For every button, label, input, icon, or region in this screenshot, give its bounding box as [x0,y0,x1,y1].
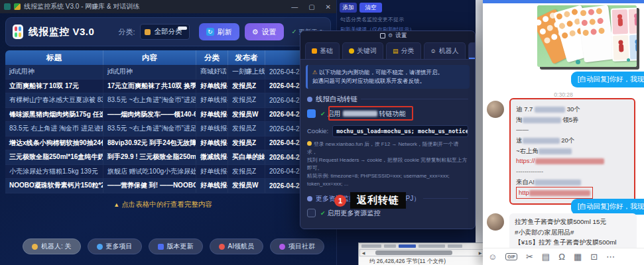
image-icon[interactable]: ▦ [574,252,582,262]
add-button[interactable]: 添加 [340,3,357,13]
row-title: 小壳涂尿处方猫粮1.5kg 139元 [5,165,103,179]
minimize-button[interactable]: — [291,3,298,11]
header-card: 线报监控 V3.0 分类: 全部分类 ↻ 刷新 ⚙ 设置 ✓ 更新于 21:27… [5,17,331,46]
emoji-icon[interactable]: ☺ [488,252,497,262]
redacted-block [535,180,581,186]
refresh-button[interactable]: ↻ 刷新 [199,23,239,40]
table-row[interactable]: 锋味派黑猪肉烟肉烤肠175g 任选5件... ——烟肉烤肠发车——领140-60… [5,108,331,123]
redacted-block [535,107,565,113]
settings-button[interactable]: ⚙ 设置 [245,23,284,40]
annotation-number: 1 [334,195,346,207]
table-row[interactable]: 增达x线条小狗棉韧软抽90抽24包 ... 88vip30.92元 到手24包无… [5,136,331,151]
robot-toggle-button[interactable]: 机器人: 关 [23,238,81,254]
scroll-thumb[interactable] [375,250,452,255]
dialog-title: 设置 [395,32,407,40]
msg-text: #小卖部の家居用品# [515,227,631,238]
more-resources-checkbox[interactable] [307,209,316,217]
headset-icon[interactable]: Ω [558,252,565,262]
cookie-input[interactable]: mochu_us_load=mochu_us; mochu_us_notice.… [332,125,468,137]
row-publisher: 买白单的妹妹 [228,150,265,164]
more-icon[interactable]: ⋯ [606,252,615,262]
redacted-block [343,111,377,117]
check-icon: ✔ [320,111,326,117]
row-publisher: 发报员W [228,108,265,122]
settings-label: 设置 [262,27,277,37]
redacted-deal-message[interactable]: 迪 7.7 30个 淘 领5券 —— 速 20个 ~右上角 https:// -… [509,98,635,205]
gear-icon: ⚙ [252,28,259,36]
row-title: 增达x线条小狗棉韧软抽90抽24包 ... [5,136,103,150]
msg-text: 速 [516,136,523,144]
label-suffix: 转链功能 [379,109,406,119]
row-category: 好单线报-... [196,93,228,107]
version-update-button[interactable]: 版本更新 [149,238,203,254]
sticker-image-message[interactable] [537,5,637,67]
label-text: 启用更多资源监控 [328,209,381,218]
droplet-decoration [627,58,630,62]
more-projects-button[interactable]: 更多项目 [88,238,142,254]
category-select[interactable]: 全部分类 [140,24,189,40]
msg-link[interactable]: https:// [516,157,535,164]
window-icon [380,33,385,38]
row-content: jd试用神 [103,65,196,79]
scroll-left-icon[interactable]: ◀ [360,250,367,255]
tab-label: 基础 [320,46,333,56]
msg-separator: ------------- [516,168,543,175]
folder-icon[interactable]: ▤ [542,252,550,262]
auto-reply-bubble[interactable]: [自动回复]你好，我现 [571,199,644,215]
pencil-icon: ✎ [475,48,476,54]
tab-robot[interactable]: ☺ 机器人 [424,42,466,59]
auto-reply-bubble[interactable]: [自动回复]你好，我现 [571,72,644,87]
row-category: 微减线报-... [196,150,228,164]
footer-buttons: 机器人: 关 更多项目 版本更新 AI领航员 项目社群 [23,238,324,254]
msg-text: 【¥15】拉芳 鱼子酱膏护发膜500ml [515,237,631,248]
people-icon [307,196,312,201]
row-category: 好单线报-... [196,179,228,193]
table-row[interactable]: 83.5元 右上角进 淘金币 进足迹拍 有... 83.5元 ~右上角进“淘金币… [5,122,331,136]
avatar[interactable] [487,213,504,231]
tab-keywords[interactable]: 关键词 [342,42,383,59]
warning-line2: 如遇问题可关闭对应功能或联系开发者反馈。 [312,78,425,84]
dialog-titlebar: ⚙ 设置 [300,31,475,40]
divider [361,99,468,99]
avatar[interactable] [487,101,504,118]
gif-icon[interactable]: GIF [505,253,517,260]
table-row[interactable]: jd试用神 jd试用神 商城好话 一刻赚上线... 2026-04-22 21:… [5,65,331,80]
clear-button[interactable]: 清空 [359,3,382,13]
window-capture-icon[interactable]: ⊡ [590,252,598,262]
annotation-rect: http [516,187,593,199]
row-content: 88vip30.92元 到手24包无故障4.48... [103,136,196,150]
tip-line2: 找到 Request Headers → cookie，把整段 cookie 完… [307,157,467,171]
table-row[interactable]: 小壳涂尿处方猫粮1.5kg 139元 旗舰店 赠试吃100g小壳涂尿处方猫粮..… [5,165,331,180]
row-title: 立而爽船袜了10双 17元 [5,80,103,93]
link-convert-checkbox[interactable] [307,109,316,118]
row-title: 锋味派黑猪肉烟肉烤肠175g 任选5件... [5,108,103,122]
maximize-button[interactable]: ▢ [308,3,314,11]
link-convert-toggle-row: ✔ 启用 转链功能 [307,107,468,121]
screenshot-scissors-icon[interactable]: ✂ [526,252,533,262]
button-label: 版本更新 [167,242,194,251]
redacted-block [539,148,572,154]
redacted-block [535,158,604,164]
horizontal-scrollbar[interactable]: ◀ ▶ [359,249,484,256]
msg-text: —— [516,126,529,133]
robot-icon [219,244,225,250]
toggle-label: ✔ 启用 转链功能 [320,109,406,119]
row-content: 83.5元 ~右上角进“淘金币”进足迹... [103,122,196,136]
table-row[interactable]: 三元极致全脂250ml*16盒纯牛奶 29.... 到手29.9 ! 三元极致全… [5,150,331,165]
scroll-track[interactable] [367,250,477,256]
key-icon [349,48,354,54]
message-timestamp: 0:30:28 [483,91,644,98]
msg-link[interactable]: http [519,189,529,196]
close-button[interactable]: ✕ [326,3,331,11]
table-row[interactable]: 立而爽船袜了10双 17元 17元立而爽船袜了共10双 换季恬后石... 好单线… [5,80,331,94]
tab-categories[interactable]: ▤ 分类 [386,42,421,59]
row-category: 好单线报-... [196,122,228,136]
table-row[interactable]: NOOBO凝珠软骨素钙片150粒*2瓶3... ——营养保健 到! ——NOOB… [5,179,331,193]
table-row[interactable]: 有棵树山宁春冰感大豆夏凉被 83.5元 83.5元 ~右上角进“淘金币”进足迹.… [5,93,331,108]
project-community-button[interactable]: 项目社群 [270,238,324,254]
tab-beta[interactable]: ✎ 内测 [468,42,476,59]
tab-basic[interactable]: 基础 [305,42,340,59]
ai-navigator-button[interactable]: AI领航员 [210,238,263,254]
deal-message[interactable]: 拉芳鱼子酱膏护发膜500ml 15元 #小卖部の家居用品# 【¥15】拉芳 鱼子… [509,213,637,251]
app-logo-icon [13,25,23,39]
